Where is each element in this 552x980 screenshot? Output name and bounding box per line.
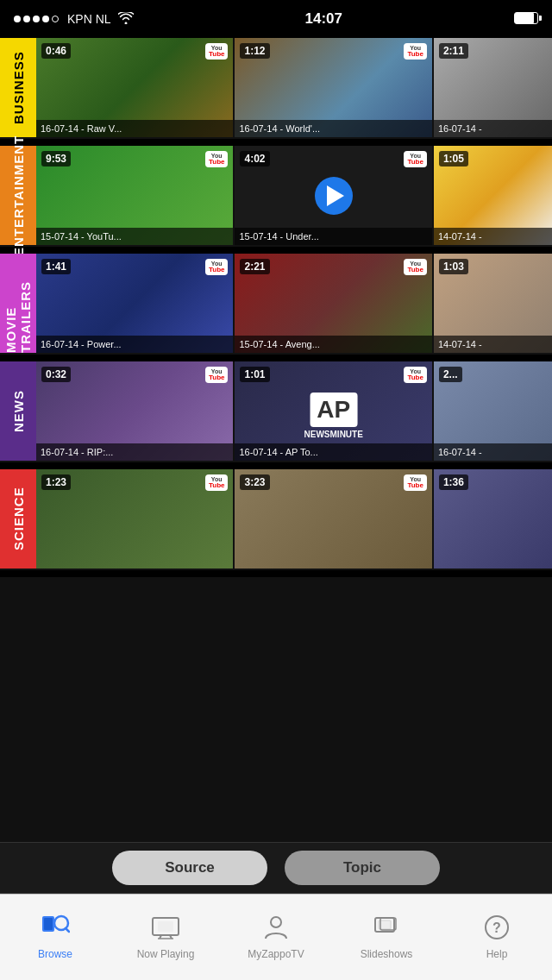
- ap-logo: AP: [310, 393, 357, 427]
- thumb-title-movie-trailers-1: 15-07-14 - Aveng...: [235, 336, 431, 353]
- youtube-badge-movie-trailers-1: YouTube: [404, 259, 427, 275]
- thumb-entertainment-2[interactable]: 1:0514-07-14 -: [434, 146, 552, 245]
- thumb-title-movie-trailers-2: 14-07-14 -: [434, 336, 552, 353]
- thumb-business-2[interactable]: 2:1116-07-14 -: [434, 38, 552, 137]
- svg-rect-8: [158, 921, 173, 932]
- status-bar: KPN NL 14:07: [0, 0, 552, 38]
- play-overlay-entertainment-1: [315, 177, 353, 215]
- signal-dots: [14, 16, 59, 22]
- svg-text:?: ?: [492, 920, 501, 935]
- help-icon: ?: [484, 914, 510, 945]
- tab-browse[interactable]: Browse: [21, 914, 90, 960]
- thumb-news-0[interactable]: 0:32YouTube16-07-14 - RIP:...: [36, 361, 233, 461]
- thumbnails-news: 0:32YouTube16-07-14 - RIP:...APNEWSMINUT…: [36, 361, 552, 461]
- time-display: 14:07: [305, 10, 342, 28]
- category-label-business: Business: [0, 38, 36, 137]
- category-row-science: Science1:23YouTube3:23YouTube1:36: [0, 469, 552, 569]
- dot3: [33, 16, 40, 22]
- thumb-movie-trailers-1[interactable]: 2:21YouTube15-07-14 - Aveng...: [235, 254, 431, 353]
- youtube-badge-entertainment-1: YouTube: [404, 151, 427, 167]
- thumb-entertainment-0[interactable]: 9:53YouTube15-07-14 - YouTu...: [36, 146, 233, 245]
- dot2: [23, 16, 30, 22]
- tv-icon: [151, 914, 180, 945]
- thumbnails-movie-trailers: 1:41YouTube16-07-14 - Power...2:21YouTub…: [36, 254, 552, 353]
- thumb-title-movie-trailers-0: 16-07-14 - Power...: [36, 336, 233, 353]
- category-row-business: Business0:46YouTube16-07-14 - Raw V...1:…: [0, 38, 552, 137]
- thumb-business-0[interactable]: 0:46YouTube16-07-14 - Raw V...: [36, 38, 233, 137]
- thumb-title-news-1: 16-07-14 - AP To...: [235, 443, 431, 461]
- thumb-news-1[interactable]: APNEWSMINUTE1:01YouTube16-07-14 - AP To.…: [235, 361, 431, 461]
- tab-myzappotv[interactable]: MyZappoTV: [242, 914, 310, 960]
- now-playing-label: Now Playing: [137, 948, 195, 960]
- svg-point-9: [271, 917, 281, 927]
- thumb-news-2[interactable]: 2...16-07-14 -: [434, 361, 552, 461]
- thumb-duration-entertainment-0: 9:53: [41, 151, 71, 166]
- thumb-title-business-0: 16-07-14 - Raw V...: [36, 120, 233, 137]
- thumb-duration-entertainment-1: 4:02: [240, 151, 269, 166]
- thumbnails-science: 1:23YouTube3:23YouTube1:36: [36, 469, 552, 569]
- thumbnails-entertainment: 9:53YouTube15-07-14 - YouTu...4:02YouTub…: [36, 146, 552, 245]
- thumb-movie-trailers-0[interactable]: 1:41YouTube16-07-14 - Power...: [36, 254, 233, 353]
- category-row-entertainment: Entertainment9:53YouTube15-07-14 - YouTu…: [0, 146, 552, 245]
- filter-bar: Source Topic: [0, 842, 552, 894]
- thumb-title-news-0: 16-07-14 - RIP:...: [36, 443, 233, 461]
- thumb-duration-movie-trailers-2: 1:03: [439, 259, 468, 274]
- youtube-badge-business-0: YouTube: [205, 43, 229, 60]
- thumb-duration-science-2: 1:36: [439, 474, 468, 490]
- youtube-badge-movie-trailers-0: YouTube: [205, 259, 229, 275]
- dot5: [52, 16, 59, 22]
- thumb-title-business-2: 16-07-14 -: [434, 120, 552, 137]
- battery-indicator: [514, 12, 538, 27]
- ap-newsminute: NEWSMINUTE: [304, 430, 363, 439]
- thumb-title-entertainment-0: 15-07-14 - YouTu...: [36, 228, 233, 245]
- thumb-business-1[interactable]: 1:12YouTube16-07-14 - World'...: [235, 38, 431, 137]
- category-row-movie-trailers: Movie Trailers1:41YouTube16-07-14 - Powe…: [0, 254, 552, 353]
- thumb-duration-news-0: 0:32: [41, 367, 71, 382]
- thumb-duration-entertainment-2: 1:05: [439, 151, 468, 166]
- youtube-badge-news-1: YouTube: [404, 367, 427, 383]
- tab-bar: Browse Now Playing MyZappoTV: [0, 894, 552, 980]
- thumb-movie-trailers-2[interactable]: 1:0314-07-14 -: [434, 254, 552, 353]
- youtube-badge-business-1: YouTube: [404, 43, 427, 60]
- youtube-badge-science-0: YouTube: [205, 474, 229, 491]
- slideshows-icon: [372, 914, 401, 945]
- category-label-science: Science: [0, 469, 36, 569]
- tab-help[interactable]: ? Help: [462, 914, 531, 960]
- content-area[interactable]: Business0:46YouTube16-07-14 - Raw V...1:…: [0, 38, 552, 842]
- svg-rect-1: [44, 918, 53, 930]
- thumb-duration-news-1: 1:01: [240, 367, 269, 382]
- dot4: [42, 16, 49, 22]
- category-row-news: News0:32YouTube16-07-14 - RIP:...APNEWSM…: [0, 361, 552, 461]
- tab-slideshows[interactable]: Slideshows: [352, 914, 421, 960]
- help-label: Help: [486, 948, 508, 960]
- thumb-duration-movie-trailers-0: 1:41: [41, 259, 71, 274]
- thumb-duration-movie-trailers-1: 2:21: [240, 259, 269, 274]
- slideshows-label: Slideshows: [361, 948, 413, 960]
- thumb-science-1[interactable]: 3:23YouTube: [235, 469, 431, 569]
- svg-line-3: [66, 928, 69, 932]
- thumb-duration-business-2: 2:11: [439, 43, 468, 59]
- thumb-duration-business-1: 1:12: [240, 43, 269, 59]
- thumb-title-entertainment-2: 14-07-14 -: [434, 228, 552, 245]
- thumb-title-news-2: 16-07-14 -: [434, 443, 552, 461]
- thumb-science-2[interactable]: 1:36: [434, 469, 552, 569]
- thumb-title-business-1: 16-07-14 - World'...: [235, 120, 431, 137]
- category-label-entertainment: Entertainment: [0, 146, 36, 245]
- tab-now-playing[interactable]: Now Playing: [131, 914, 200, 960]
- thumb-duration-business-0: 0:46: [41, 43, 71, 59]
- category-label-movie-trailers: Movie Trailers: [0, 254, 36, 353]
- topic-button[interactable]: Topic: [285, 851, 440, 885]
- thumb-entertainment-1[interactable]: 4:02YouTube15-07-14 - Under...: [235, 146, 431, 245]
- myzappotv-label: MyZappoTV: [248, 948, 304, 960]
- browse-icon: [41, 914, 70, 945]
- browse-label: Browse: [38, 948, 72, 960]
- categories-container: Business0:46YouTube16-07-14 - Raw V...1:…: [0, 38, 552, 577]
- dot1: [14, 16, 21, 22]
- thumb-science-0[interactable]: 1:23YouTube: [36, 469, 233, 569]
- thumb-duration-news-2: 2...: [439, 367, 462, 382]
- category-label-news: News: [0, 361, 36, 461]
- person-icon: [263, 914, 289, 945]
- status-left: KPN NL: [14, 12, 134, 27]
- youtube-badge-science-1: YouTube: [404, 474, 427, 491]
- source-button[interactable]: Source: [112, 851, 267, 885]
